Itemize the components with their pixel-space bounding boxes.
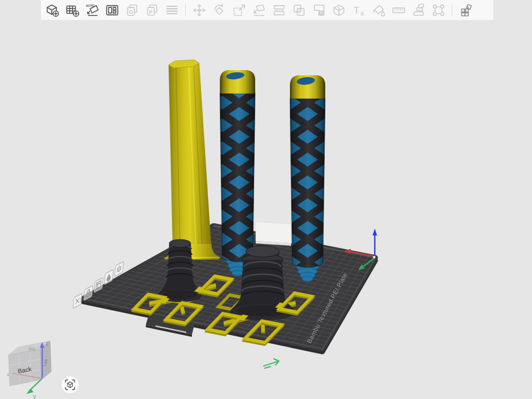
fit-view-button[interactable] bbox=[62, 376, 79, 394]
add-plate-button[interactable] bbox=[64, 2, 80, 18]
text-button[interactable]: Ta bbox=[350, 2, 367, 18]
move-button[interactable] bbox=[191, 2, 207, 18]
support-painting-button[interactable] bbox=[410, 2, 427, 18]
nav-cube[interactable]: Back Top Left x z y bbox=[7, 340, 51, 399]
place-on-face-icon bbox=[252, 3, 267, 18]
origin-dot bbox=[373, 256, 375, 258]
variable-layer-height-button[interactable] bbox=[330, 2, 347, 18]
toolbar-separator bbox=[452, 4, 452, 17]
toolbar-separator bbox=[185, 4, 186, 17]
rotate-icon bbox=[212, 3, 227, 18]
cut-icon bbox=[272, 3, 287, 18]
text-icon: Ta bbox=[351, 3, 366, 18]
support-painting-icon bbox=[411, 3, 426, 18]
scale-button[interactable] bbox=[231, 2, 247, 18]
nav-x-label: x bbox=[7, 372, 10, 377]
split-to-parts-button[interactable] bbox=[310, 2, 327, 18]
move-icon bbox=[192, 3, 207, 18]
measure-icon bbox=[391, 3, 406, 18]
auto-orient-icon: AUTO bbox=[85, 3, 100, 18]
tsuka-handle-right-model[interactable] bbox=[290, 75, 325, 282]
application-window: AUTOOPTa bbox=[0, 0, 532, 399]
split-to-objects-icon bbox=[292, 3, 306, 18]
toolbar: AUTOOPTa bbox=[41, 0, 493, 20]
auto-orient-button[interactable]: AUTO bbox=[84, 2, 100, 18]
export-objects-icon: O bbox=[125, 3, 140, 18]
nav-z-label: z bbox=[46, 340, 48, 347]
add-object-icon bbox=[45, 3, 60, 18]
svg-text:AUTO: AUTO bbox=[85, 4, 94, 7]
z-axis-arrow bbox=[373, 229, 377, 235]
split-to-parts-icon bbox=[312, 3, 326, 18]
color-painting-icon bbox=[371, 3, 386, 18]
scale-icon bbox=[232, 3, 247, 18]
viewport-3d[interactable]: Bambu Textured PEI Plate bbox=[0, 0, 532, 399]
prime-tower bbox=[256, 222, 293, 246]
assemble-icon bbox=[459, 3, 473, 18]
plate-delete-icon[interactable] bbox=[73, 294, 82, 308]
export-objects-button[interactable]: O bbox=[124, 2, 140, 18]
variable-layer-height-icon bbox=[332, 3, 346, 18]
assembly-view-button[interactable] bbox=[430, 2, 447, 18]
tsuka-handle-left-model[interactable] bbox=[220, 70, 255, 276]
export-plates-button[interactable]: P bbox=[144, 2, 160, 18]
add-object-button[interactable] bbox=[44, 2, 60, 18]
svg-text:O: O bbox=[129, 9, 133, 15]
pommel-top bbox=[169, 239, 191, 247]
svg-text:a: a bbox=[360, 9, 364, 16]
plate-front-arrow bbox=[264, 359, 279, 369]
pommel-top bbox=[246, 246, 279, 257]
svg-text:T: T bbox=[353, 5, 359, 15]
place-on-face-button[interactable] bbox=[251, 2, 267, 18]
arrange-icon bbox=[105, 3, 120, 18]
object-list-icon bbox=[165, 3, 179, 18]
cut-button[interactable] bbox=[271, 2, 287, 18]
nav-y-label: y bbox=[33, 393, 36, 399]
measure-button[interactable] bbox=[390, 2, 407, 18]
object-list-button[interactable] bbox=[163, 2, 180, 18]
split-to-objects-button[interactable] bbox=[290, 2, 307, 18]
export-plates-icon: P bbox=[145, 3, 159, 18]
rotate-button[interactable] bbox=[211, 2, 227, 18]
assembly-view-icon bbox=[431, 3, 446, 18]
color-painting-button[interactable] bbox=[370, 2, 387, 18]
assemble-button[interactable] bbox=[457, 2, 474, 18]
svg-text:P: P bbox=[149, 9, 153, 15]
arrange-button[interactable] bbox=[104, 2, 120, 18]
add-plate-icon bbox=[65, 3, 80, 18]
